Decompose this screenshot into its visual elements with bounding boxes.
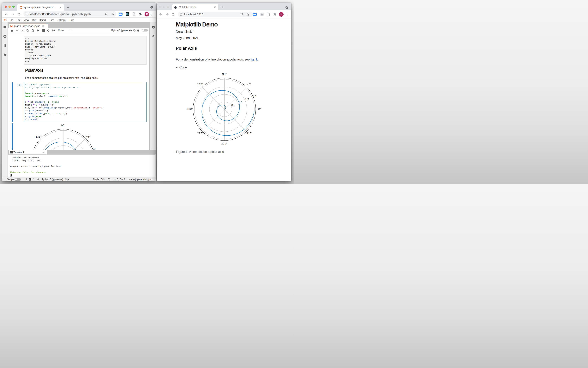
svg-text:2.0: 2.0 <box>252 95 256 98</box>
svg-text:270°: 270° <box>222 142 227 145</box>
svg-text:$_: $_ <box>29 179 31 180</box>
svg-text:1.0: 1.0 <box>239 101 242 104</box>
svg-text:0.5: 0.5 <box>231 103 235 107</box>
svg-text:1.5: 1.5 <box>245 98 249 101</box>
svg-text:135°: 135° <box>197 83 203 86</box>
svg-text:135°: 135° <box>36 135 42 138</box>
svg-text:2.0: 2.0 <box>91 147 96 150</box>
svg-text:45°: 45° <box>247 83 251 86</box>
svg-text:180°: 180° <box>187 107 193 110</box>
svg-text:$_: $_ <box>11 152 12 153</box>
svg-text:0°: 0° <box>258 107 261 110</box>
svg-text:225°: 225° <box>197 132 203 135</box>
svg-text:315°: 315° <box>246 132 252 135</box>
svg-text:90°: 90° <box>61 124 66 127</box>
svg-text:45°: 45° <box>86 135 90 138</box>
svg-text:90°: 90° <box>222 73 227 75</box>
